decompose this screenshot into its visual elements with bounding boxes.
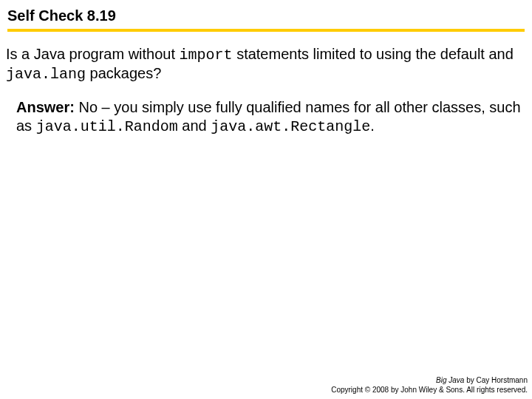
question-part-3: packages? xyxy=(86,65,161,81)
answer-part-2: and xyxy=(178,117,211,134)
footer: Big Java by Cay Horstmann Copyright © 20… xyxy=(331,376,528,395)
code-java-util-random: java.util.Random xyxy=(36,118,178,135)
question-text: Is a Java program without import stateme… xyxy=(0,32,532,83)
answer-label: Answer: xyxy=(16,99,75,115)
code-java-lang: java.lang xyxy=(6,66,86,83)
question-part-1: Is a Java program without xyxy=(6,46,180,62)
slide-title: Self Check 8.19 xyxy=(7,7,525,29)
byline: by Cay Horstmann xyxy=(464,376,528,384)
copyright: Copyright © 2008 by John Wiley & Sons. A… xyxy=(331,386,528,395)
book-title: Big Java xyxy=(436,376,464,384)
slide: Self Check 8.19 Is a Java program withou… xyxy=(0,0,532,399)
header: Self Check 8.19 xyxy=(0,0,532,32)
answer-text: Answer: No – you simply use fully qualif… xyxy=(0,83,532,136)
code-import: import xyxy=(180,47,233,64)
code-java-awt-rectangle: java.awt.Rectangle xyxy=(211,118,370,135)
question-part-2: statements limited to using the default … xyxy=(233,46,514,62)
footer-line-1: Big Java by Cay Horstmann xyxy=(331,376,528,386)
answer-part-3: . xyxy=(370,117,375,134)
